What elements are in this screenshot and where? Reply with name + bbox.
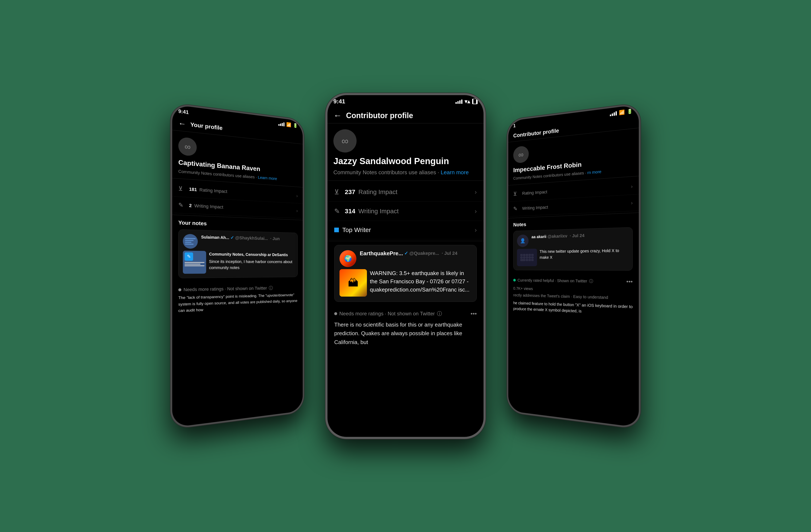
more-button-center[interactable]: ••• (471, 310, 477, 317)
notes-section-left: Your notes (172, 215, 303, 284)
earthquake-image-overlay: 🏔 (339, 269, 367, 297)
tweet-author-center: EarthquakePre... ✓ @Quakepre... · Jul 24 (360, 250, 472, 257)
note-status-center: Needs more ratings · Not shown on Twitte… (327, 307, 484, 320)
tweet-meta-right: aa akarii @akariixv · Jul 24 (531, 232, 628, 240)
tweet-header-left: Sulaiman Ah... ✓ @ShaykhSulai... · Jun (183, 234, 294, 250)
tweet-card-center[interactable]: 🌍 EarthquakePre... ✓ @Quakepre... · Jul … (334, 245, 477, 302)
notch-center (380, 95, 431, 104)
note-body-center: There is no scientific basis for this or… (327, 320, 484, 347)
tweet-avatar-center: 🌍 (339, 250, 356, 267)
helpful-dot-right (513, 279, 516, 282)
notes-title-right: Notes (513, 217, 632, 228)
tweet-image-left: ✎ (183, 251, 206, 274)
battery-icon-center: ▉ (472, 99, 478, 104)
info-icon-left: ⓘ (269, 285, 273, 291)
back-button-center[interactable]: ← (333, 111, 342, 120)
rating-icon-center: ⊻ (334, 188, 345, 196)
rating-impact-row-center[interactable]: ⊻ 237 Rating Impact › (327, 182, 484, 202)
tweet-body-right: This new twitter update goes crazy, Hold… (540, 247, 628, 260)
rating-icon-right: ⊻ (513, 190, 522, 197)
rating-chevron-right: › (631, 183, 632, 189)
page-title-right: Contributor profile (513, 127, 559, 139)
profile-subtitle-center: Community Notes contributors use aliases… (333, 169, 478, 176)
avatar-right: ∞ (513, 146, 529, 164)
tweet-content-left: ✎ Community Notes, Censorship ar DeSanti… (183, 251, 294, 274)
tweet-avatar-right: 👤 (517, 234, 529, 247)
learn-more-link-left[interactable]: Learn more (258, 175, 277, 181)
writing-text-left: 2 Writing Impact (189, 203, 296, 213)
tweet-body-center: WARNING: 3.5+ earthquake is likely in th… (370, 269, 472, 294)
writing-icon-left: ✎ (179, 201, 189, 209)
phone-left: 9:41 📶 🔋 ← Your profile (170, 103, 304, 429)
writing-chevron-center: › (475, 208, 477, 215)
status-icons-right: 📶 🔋 (610, 108, 632, 117)
tweet-author-right: aa akarii @akariixv · Jul 24 (531, 232, 628, 240)
time-right: 1 (513, 123, 516, 129)
writing-chevron-right: › (631, 200, 632, 206)
avatar-icon-right: ∞ (518, 150, 523, 159)
phone-left-screen: 9:41 📶 🔋 ← Your profile (172, 104, 303, 427)
wifi-icon-right: 📶 (619, 109, 625, 116)
page-title-left: Your profile (190, 121, 223, 132)
writing-text-right: Writing Impact (522, 200, 631, 211)
status-dot-left (179, 288, 181, 291)
tweet-meta-left: Sulaiman Ah... ✓ @ShaykhSulai... · Jun (201, 234, 294, 242)
phone-center-screen: 9:41 ▾▴ ▉ ← Contribut (327, 95, 484, 437)
profile-section-center: ∞ Jazzy Sandalwood Penguin Community Not… (327, 123, 484, 181)
tweet-content-center: 🏔 WARNING: 3.5+ earthquake is likely in … (339, 269, 472, 297)
rating-icon-left: ⊻ (179, 185, 189, 193)
signal-icon-center (456, 99, 462, 104)
signal-icon-right (610, 111, 617, 116)
stats-section-center: ⊻ 237 Rating Impact › ✎ 314 Writing Impa… (327, 181, 484, 241)
tweet-author-left: Sulaiman Ah... ✓ @ShaykhSulai... · Jun (201, 234, 294, 242)
writing-impact-row-center[interactable]: ✎ 314 Writing Impact › (327, 202, 484, 221)
learn-more-link-center[interactable]: Learn more (441, 169, 469, 176)
top-writer-dot-center (334, 228, 339, 232)
status-icons-left: 📶 🔋 (278, 121, 298, 128)
tweet-meta-center: EarthquakePre... ✓ @Quakepre... · Jul 24 (360, 250, 472, 257)
back-button-left[interactable]: ← (179, 119, 186, 128)
tweet-card-left[interactable]: Sulaiman Ah... ✓ @ShaykhSulai... · Jun ✎ (179, 229, 298, 278)
notes-section-center: 🌍 EarthquakePre... ✓ @Quakepre... · Jul … (327, 241, 484, 307)
wifi-icon-center: ▾▴ (464, 98, 470, 105)
profile-name-center: Jazzy Sandalwood Penguin (333, 156, 478, 166)
avatar-icon-left: ∞ (184, 141, 190, 151)
notes-section-right: Notes 👤 aa akarii @akariixv · Jul 24 (508, 213, 639, 276)
battery-icon-right: 🔋 (627, 108, 633, 115)
note-detail-right: he claimed feature to hold the button "X… (508, 298, 639, 318)
avatar-center: ∞ (333, 129, 356, 153)
writing-icon-center: ✎ (334, 207, 345, 215)
tweet-header-right: 👤 aa akarii @akariixv · Jul 24 (517, 232, 628, 247)
phones-container: 9:41 📶 🔋 ← Your profile (152, 24, 659, 508)
learn-more-link-right[interactable]: rn more (587, 169, 601, 175)
top-writer-label-center: Top Writer (342, 226, 371, 233)
more-button-right[interactable]: ••• (626, 278, 632, 285)
status-icons-center: ▾▴ ▉ (456, 98, 478, 105)
verified-icon-center: ✓ (404, 250, 408, 256)
writing-text-center: 314 Writing Impact (345, 208, 475, 215)
rating-text-right: Rating Impact (522, 184, 631, 196)
info-icon-center: ⓘ (437, 310, 442, 317)
signal-icon-left (278, 121, 285, 126)
writing-icon-right: ✎ (513, 205, 522, 212)
tweet-image-center: 🏔 (339, 269, 367, 297)
info-icon-right: ⓘ (589, 278, 593, 284)
verified-icon-left: ✓ (230, 235, 234, 241)
rating-chevron-left: › (296, 193, 298, 199)
wifi-icon-left: 📶 (286, 122, 291, 127)
top-writer-row-center[interactable]: Top Writer › (327, 221, 484, 239)
tweet-body-left: Community Notes, Censorship ar DeSantis … (209, 251, 294, 271)
notes-title-left: Your notes (179, 219, 298, 230)
note-body-left: The "lack of transparency" point is misl… (172, 292, 303, 314)
battery-icon-left: 🔋 (293, 123, 298, 128)
nav-bar-center: ← Contributor profile (327, 108, 484, 123)
top-writer-chevron-center: › (475, 226, 477, 233)
tweet-image-right (517, 249, 537, 266)
rating-chevron-center: › (475, 188, 477, 196)
avatar-icon-center: ∞ (341, 135, 349, 147)
rating-text-left: 181 Rating Impact (189, 186, 296, 198)
phone-center: 9:41 ▾▴ ▉ ← Contribut (325, 93, 486, 439)
status-dot-center (334, 312, 337, 315)
tweet-card-right[interactable]: 👤 aa akarii @akariixv · Jul 24 (513, 227, 632, 271)
notch-area-center: 9:41 ▾▴ ▉ (327, 95, 484, 108)
